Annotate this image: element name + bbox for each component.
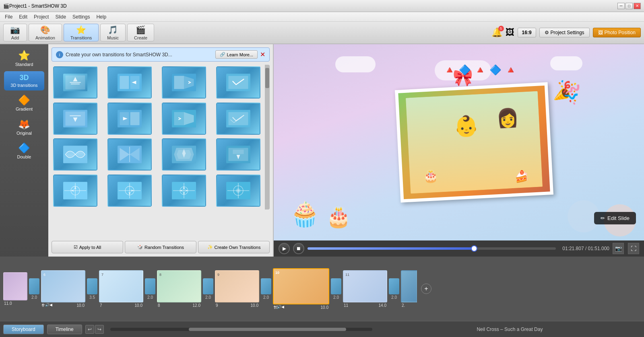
- transition-item[interactable]: [53, 66, 97, 99]
- category-gradient[interactable]: 🔶 Gradient: [4, 92, 44, 114]
- create-own-transitions-button[interactable]: ✨ Create Own Transitions: [198, 241, 270, 253]
- transition-item[interactable]: [162, 138, 206, 171]
- slide-thumb[interactable]: 6 ✏🔊◀ 610.0: [41, 270, 85, 308]
- maximize-button[interactable]: □: [625, 3, 633, 9]
- svg-point-62: [236, 188, 241, 193]
- add-slide-button[interactable]: +: [421, 284, 431, 294]
- window-controls: ─ □ ✕: [617, 3, 641, 9]
- transition-item[interactable]: [107, 103, 152, 135]
- play-button[interactable]: ▶: [279, 243, 290, 254]
- trans-thumb: [87, 278, 97, 294]
- svg-marker-23: [174, 112, 184, 125]
- svg-rect-6: [120, 76, 129, 89]
- minimize-button[interactable]: ─: [617, 3, 625, 9]
- gallery-icon[interactable]: 🖼: [506, 27, 514, 38]
- notification-bell[interactable]: 🔔 5: [491, 27, 502, 38]
- bottom-scrollbar[interactable]: [110, 328, 372, 331]
- info-bar: i Create your own transitions for SmartS…: [52, 47, 270, 62]
- music-icon: 🎵: [108, 25, 118, 35]
- progress-thumb[interactable]: [471, 245, 477, 252]
- stop-button[interactable]: ⏹: [293, 243, 304, 254]
- transitions-grid-container: [52, 65, 270, 238]
- category-double[interactable]: 🔷 Double: [4, 140, 44, 162]
- double-icon: 🔷: [18, 142, 30, 154]
- thumb-image: 11: [343, 270, 387, 302]
- apply-all-button[interactable]: ☑ Apply to All: [52, 241, 123, 253]
- learn-more-button[interactable]: 🔗 Learn More...: [215, 50, 258, 59]
- slide-thumb[interactable]: 2.: [401, 270, 417, 308]
- add-icon: 📷: [10, 25, 20, 35]
- gear-icon: ⚙: [545, 30, 549, 35]
- app-icon: 🎬: [3, 3, 9, 9]
- transition-marker[interactable]: 2.0: [28, 278, 40, 300]
- slide-thumb[interactable]: 11 1114.0: [343, 270, 387, 308]
- capture-button[interactable]: 📷: [613, 243, 624, 254]
- trans-thumb: [389, 278, 399, 294]
- bottom-buttons: ☑ Apply to All 🎲 Random Transitions ✨ Cr…: [48, 238, 273, 257]
- menu-slide[interactable]: Slide: [52, 13, 69, 21]
- timeline-tab[interactable]: Timeline: [47, 325, 82, 334]
- transition-item[interactable]: [107, 66, 152, 99]
- photo-position-button[interactable]: 🖼 Photo Position: [593, 28, 641, 37]
- transition-item[interactable]: [53, 175, 97, 207]
- transition-item[interactable]: [216, 175, 260, 207]
- storyboard-content: 11.0 2.0 6 ✏🔊◀ 610.0 3.5 7 710.0: [0, 257, 644, 321]
- slide-thumb[interactable]: 7 710.0: [99, 270, 143, 308]
- transition-item[interactable]: [162, 103, 206, 135]
- transition-item[interactable]: [107, 138, 152, 171]
- slide-thumb[interactable]: 8 812.0: [157, 270, 201, 308]
- slide-thumb[interactable]: 9 910.0: [215, 270, 259, 308]
- gradient-icon: 🔶: [18, 95, 30, 106]
- transition-item[interactable]: [216, 103, 260, 135]
- left-panel: ⭐ Standard 3D 3D transitions 🔶 Gradient …: [0, 44, 48, 257]
- original-icon: 🦊: [18, 119, 30, 130]
- close-button[interactable]: ✕: [634, 3, 641, 9]
- app-title: Project1 - SmartSHOW 3D: [9, 3, 67, 9]
- aspect-ratio-button[interactable]: 16:9: [518, 28, 536, 37]
- menu-edit[interactable]: Edit: [16, 13, 31, 21]
- slide-thumb[interactable]: 11.0: [3, 272, 27, 306]
- redo-button[interactable]: ↪: [95, 325, 104, 334]
- music-button[interactable]: 🎵 Music: [100, 24, 126, 41]
- menu-settings[interactable]: Settings: [69, 13, 93, 21]
- transitions-button[interactable]: ⭐ Transitions: [64, 24, 99, 41]
- scroll-thumb: [189, 328, 346, 331]
- menu-project[interactable]: Project: [31, 13, 52, 21]
- storyboard-tab[interactable]: Storyboard: [3, 325, 44, 334]
- transition-item[interactable]: [162, 175, 206, 207]
- transition-item[interactable]: [53, 138, 97, 171]
- undo-button[interactable]: ↩: [85, 325, 94, 334]
- transition-item[interactable]: [53, 103, 97, 135]
- apply-icon: ☑: [74, 245, 78, 250]
- transition-item[interactable]: [162, 66, 206, 99]
- transition-marker[interactable]: 2.0: [330, 278, 342, 300]
- menu-file[interactable]: File: [2, 13, 16, 21]
- transition-marker[interactable]: 3.5: [86, 278, 98, 300]
- svg-marker-10: [174, 76, 184, 89]
- category-3d[interactable]: 3D 3D transitions: [4, 71, 44, 90]
- menu-help[interactable]: Help: [93, 13, 109, 21]
- transition-item[interactable]: [216, 138, 260, 171]
- random-transitions-button[interactable]: 🎲 Random Transitions: [125, 241, 196, 253]
- transitions-panel: i Create your own transitions for SmartS…: [48, 44, 274, 257]
- create-button[interactable]: 🎬 Create: [127, 24, 154, 41]
- transition-item[interactable]: [216, 66, 260, 99]
- transition-marker[interactable]: 2.0: [260, 278, 272, 300]
- transition-marker[interactable]: 2.0: [388, 278, 400, 300]
- thumb-image: [3, 272, 27, 300]
- fullscreen-button[interactable]: ⛶: [628, 243, 639, 254]
- transition-item[interactable]: [107, 175, 152, 207]
- transition-marker[interactable]: 2.0: [202, 278, 214, 300]
- add-button[interactable]: 📷 Add: [3, 24, 27, 41]
- info-text: i Create your own transitions for SmartS…: [56, 51, 172, 58]
- progress-bar[interactable]: [308, 247, 556, 250]
- edit-slide-button[interactable]: ✏ Edit Slide: [594, 212, 636, 224]
- thumb-image: 10 ✏🔊◀: [273, 268, 329, 304]
- animation-button[interactable]: 🎨 Animation: [29, 24, 62, 41]
- transition-marker[interactable]: 2.0: [144, 278, 156, 300]
- category-standard[interactable]: ⭐ Standard: [4, 47, 44, 70]
- info-close-button[interactable]: ✕: [260, 51, 265, 58]
- slide-thumb-active[interactable]: 10 ✏🔊◀ 1010.0: [273, 268, 329, 310]
- project-settings-button[interactable]: ⚙ Project Settings: [539, 28, 590, 37]
- category-original[interactable]: 🦊 Original: [4, 116, 44, 138]
